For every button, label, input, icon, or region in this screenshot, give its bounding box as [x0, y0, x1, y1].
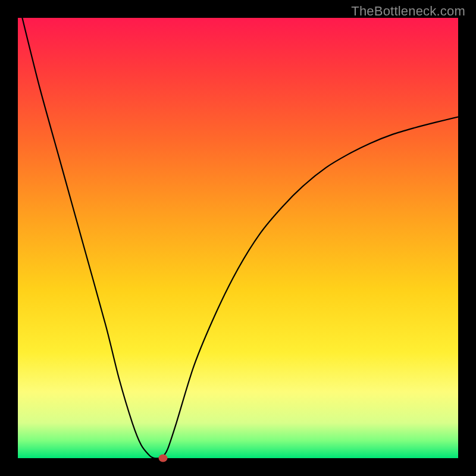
- curve-svg: [18, 18, 458, 458]
- curve-path: [22, 18, 458, 458]
- plot-area: [18, 18, 458, 458]
- minimum-marker: [159, 455, 168, 462]
- chart-frame: TheBottleneck.com: [0, 0, 476, 476]
- watermark-text: TheBottleneck.com: [351, 4, 465, 19]
